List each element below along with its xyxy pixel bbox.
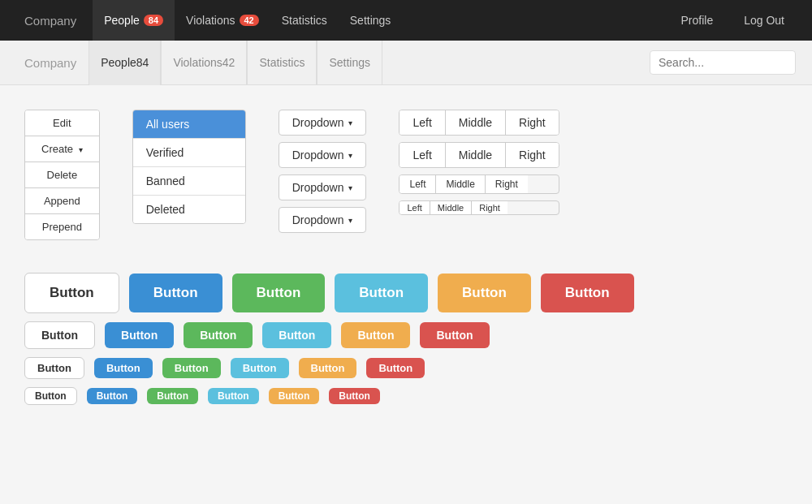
- dropdown-btn-3[interactable]: Dropdown ▾: [279, 174, 367, 200]
- top-nav-item-violations[interactable]: Violations 42: [175, 0, 270, 41]
- top-nav-people-label: People: [104, 14, 140, 27]
- dropdown-btn-2[interactable]: Dropdown ▾: [279, 142, 367, 168]
- btn-danger-xs[interactable]: Button: [329, 388, 380, 404]
- search-input[interactable]: [650, 50, 796, 75]
- secondary-nav-statistics-label: Statistics: [259, 56, 304, 69]
- btn-group-xs: Left Middle Right: [399, 200, 559, 215]
- btn-delete[interactable]: Delete: [25, 162, 99, 188]
- caret-icon-1: ▾: [348, 118, 352, 127]
- btn-create[interactable]: Create ▾: [25, 136, 99, 162]
- dl-banned[interactable]: Banned: [133, 167, 245, 196]
- search-box: [650, 50, 796, 75]
- button-row-lg: Button Button Button Button Button Butto…: [24, 273, 788, 313]
- btn-group-sm: Left Middle Right: [399, 174, 559, 194]
- btn-info-sm[interactable]: Button: [231, 358, 289, 378]
- top-nav-settings-label: Settings: [350, 14, 391, 27]
- button-row-md: Button Button Button Button Button Butto…: [24, 321, 788, 349]
- btn-default-xs[interactable]: Button: [24, 387, 77, 405]
- btn-danger-md[interactable]: Button: [420, 322, 489, 348]
- bg-btn-middle-sm[interactable]: Middle: [436, 175, 485, 193]
- dropdown-buttons-col: Dropdown ▾ Dropdown ▾ Dropdown ▾ Dropdow…: [279, 110, 367, 233]
- btn-warning-sm[interactable]: Button: [299, 358, 357, 378]
- secondary-nav-item-statistics[interactable]: Statistics: [247, 41, 317, 85]
- secondary-nav-people-label: People: [101, 56, 136, 69]
- btn-default-lg[interactable]: Button: [24, 273, 119, 313]
- secondary-nav-item-violations[interactable]: Violations 42: [161, 41, 247, 85]
- secondary-nav-violations-label: Violations: [173, 56, 222, 69]
- btn-group-lg: Left Middle Right: [399, 110, 559, 136]
- top-nav-item-people[interactable]: People 84: [93, 0, 175, 41]
- bg-btn-left-sm[interactable]: Left: [400, 175, 436, 193]
- dl-all-users[interactable]: All users: [133, 110, 245, 139]
- btn-success-lg[interactable]: Button: [232, 274, 326, 312]
- bg-btn-left-lg[interactable]: Left: [400, 110, 445, 135]
- caret-icon: ▾: [79, 145, 83, 154]
- top-nav-item-settings[interactable]: Settings: [339, 0, 403, 41]
- bg-btn-right-sm[interactable]: Right: [486, 175, 528, 193]
- btn-success-xs[interactable]: Button: [147, 388, 198, 404]
- bg-btn-left-xs[interactable]: Left: [400, 201, 430, 214]
- bg-btn-right-md[interactable]: Right: [506, 143, 559, 167]
- bg-btn-right-lg[interactable]: Right: [506, 110, 559, 135]
- top-nav-statistics-label: Statistics: [282, 14, 327, 27]
- btn-group-rows: Left Middle Right Left Middle Right Left…: [399, 110, 559, 215]
- button-row-xs: Button Button Button Button Button Butto…: [24, 387, 788, 405]
- secondary-nav-settings-label: Settings: [329, 56, 370, 69]
- btn-group-md: Left Middle Right: [399, 142, 559, 168]
- btn-primary-lg[interactable]: Button: [129, 274, 222, 312]
- btn-info-xs[interactable]: Button: [208, 388, 259, 404]
- dropdown-list: All users Verified Banned Deleted: [132, 110, 246, 224]
- btn-default-md[interactable]: Button: [24, 321, 95, 349]
- dropdown-btn-1[interactable]: Dropdown ▾: [279, 110, 367, 136]
- btn-warning-xs[interactable]: Button: [269, 388, 320, 404]
- top-nav-right: Profile Log Out: [669, 0, 796, 41]
- top-nav-profile[interactable]: Profile: [669, 0, 724, 41]
- secondary-nav-people-badge: 84: [136, 56, 149, 69]
- caret-icon-3: ▾: [348, 183, 352, 192]
- caret-icon-2: ▾: [348, 151, 352, 160]
- dl-verified[interactable]: Verified: [133, 139, 245, 167]
- btn-danger-lg[interactable]: Button: [541, 274, 634, 312]
- secondary-nav-violations-badge: 42: [222, 56, 235, 69]
- top-nav-violations-badge: 42: [240, 15, 259, 26]
- buttons-section: Button Button Button Button Button Butto…: [24, 273, 788, 405]
- top-nav-violations-label: Violations: [186, 14, 235, 27]
- dropdown-btn-4[interactable]: Dropdown ▾: [279, 207, 367, 233]
- btn-edit[interactable]: Edit: [25, 110, 99, 136]
- top-nav-brand[interactable]: Company: [16, 14, 84, 28]
- caret-icon-4: ▾: [348, 216, 352, 225]
- bg-btn-middle-xs[interactable]: Middle: [430, 201, 472, 214]
- secondary-nav: Company People 84 Violations 42 Statisti…: [0, 41, 812, 85]
- secondary-nav-item-settings[interactable]: Settings: [317, 41, 382, 85]
- top-nav-logout-label: Log Out: [744, 14, 784, 27]
- btn-info-md[interactable]: Button: [262, 322, 331, 348]
- btn-default-sm[interactable]: Button: [24, 357, 84, 379]
- button-group-col: Edit Create ▾ Delete Append Prepend: [24, 110, 100, 240]
- btn-info-lg[interactable]: Button: [335, 274, 428, 312]
- btn-danger-sm[interactable]: Button: [366, 358, 425, 378]
- top-nav-logout[interactable]: Log Out: [732, 0, 796, 41]
- secondary-nav-item-people[interactable]: People 84: [89, 41, 161, 85]
- top-nav: Company People 84 Violations 42 Statisti…: [0, 0, 812, 41]
- btn-primary-sm[interactable]: Button: [94, 358, 153, 378]
- secondary-nav-brand[interactable]: Company: [16, 56, 84, 70]
- bg-btn-middle-lg[interactable]: Middle: [446, 110, 506, 135]
- btn-success-sm[interactable]: Button: [162, 358, 221, 378]
- widgets-row: Edit Create ▾ Delete Append Prepend All …: [24, 110, 788, 240]
- top-nav-people-badge: 84: [144, 15, 163, 26]
- btn-primary-md[interactable]: Button: [105, 322, 174, 348]
- button-row-sm: Button Button Button Button Button Butto…: [24, 357, 788, 379]
- btn-warning-md[interactable]: Button: [341, 322, 410, 348]
- bg-btn-right-xs[interactable]: Right: [472, 201, 508, 214]
- main-content: Edit Create ▾ Delete Append Prepend All …: [0, 85, 812, 429]
- bg-btn-left-md[interactable]: Left: [400, 143, 445, 167]
- btn-append[interactable]: Append: [25, 188, 99, 214]
- btn-success-md[interactable]: Button: [184, 322, 253, 348]
- btn-prepend[interactable]: Prepend: [25, 214, 99, 239]
- bg-btn-middle-md[interactable]: Middle: [446, 143, 506, 167]
- btn-warning-lg[interactable]: Button: [438, 274, 531, 312]
- top-nav-item-statistics[interactable]: Statistics: [270, 0, 339, 41]
- btn-primary-xs[interactable]: Button: [87, 388, 138, 404]
- top-nav-profile-label: Profile: [680, 14, 713, 27]
- dl-deleted[interactable]: Deleted: [133, 196, 245, 223]
